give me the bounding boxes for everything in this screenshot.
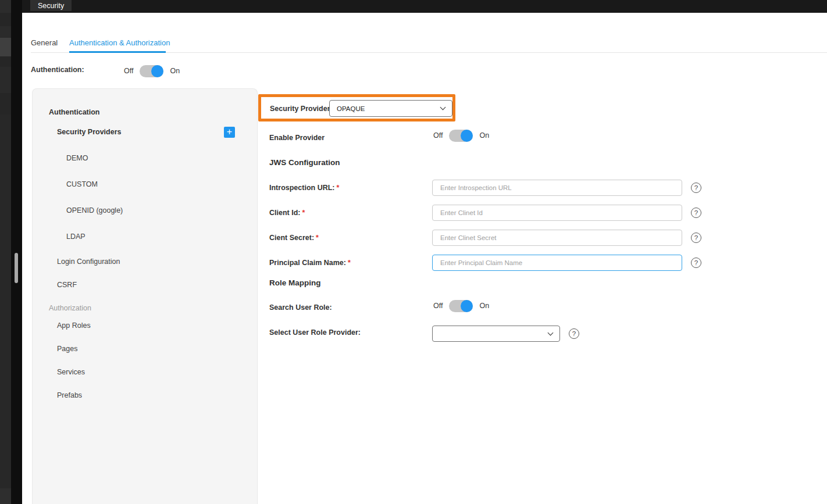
search-user-role-toggle-cluster: Off On [433,299,489,312]
label-text: Client Id: [269,209,300,217]
search-user-role-label: Search User Role: [269,303,332,312]
toggle-off-label: Off [433,131,443,140]
rail-segment [0,93,11,115]
select-user-role-provider-label: Select User Role Provider: [269,328,361,337]
active-tab-underline [69,51,166,53]
label-text: Principal Claim Name: [269,259,346,267]
toggle-on-label: On [479,302,489,310]
toggle-off-label: Off [433,302,443,310]
rail-segment-active [0,38,11,56]
rail-segment [0,56,11,67]
security-provider-select[interactable]: OPAQUE [329,100,452,117]
sidebar-item-openid-google[interactable]: OPENID (google) [66,206,123,215]
enable-provider-toggle[interactable] [449,130,473,142]
rail-segment [0,13,11,26]
rail-segment [0,26,11,38]
chevron-down-icon [440,105,446,110]
help-icon[interactable]: ? [691,233,701,243]
sidebar-item-csrf[interactable]: CSRF [57,281,77,289]
rail-segment [0,67,11,93]
sidebar-item-demo[interactable]: DEMO [66,154,88,162]
chevron-down-icon [548,330,554,335]
help-icon[interactable]: ? [569,328,579,339]
sidebar-item-security-providers[interactable]: Security Providers [57,128,121,136]
introspection-url-label: Introspection URL:* [269,184,339,192]
tab-general[interactable]: General [31,38,58,47]
top-window-bar: Security [22,0,827,13]
enable-provider-toggle-cluster: Off On [433,129,489,142]
security-provider-selected-value: OPAQUE [337,105,441,112]
sidebar-item-login-configuration[interactable]: Login Configuration [57,258,120,266]
jws-configuration-heading: JWS Configuration [269,158,340,167]
toggle-knob [151,65,163,77]
scrollbar-thumb[interactable] [15,253,18,283]
principal-claim-name-input[interactable] [432,255,682,271]
sidebar-item-ldap[interactable]: LDAP [66,233,85,241]
introspection-url-input[interactable] [432,180,682,196]
client-secret-input[interactable] [432,230,682,246]
required-asterisk: * [348,259,351,267]
sidebar-item-services[interactable]: Services [57,368,85,376]
toggle-knob [461,300,473,312]
security-nav-panel: Authentication Security Providers + DEMO… [32,88,258,504]
add-provider-button[interactable]: + [224,127,235,138]
authentication-toggle-label: Authentication: [31,66,84,74]
sidebar-item-custom[interactable]: CUSTOM [66,180,98,188]
client-id-label: Client Id:* [269,209,305,217]
toggle-on-label: On [479,131,489,140]
security-settings-page: Security General Authentication & Author… [0,0,827,504]
authentication-toggle-cluster: Off On [124,65,180,77]
tab-authentication-authorization[interactable]: Authentication & Authorization [69,38,170,47]
collapsed-left-rail [0,0,11,504]
sidebar-item-authorization[interactable]: Authorization [49,304,91,312]
rail-segment [0,0,11,13]
help-icon[interactable]: ? [691,208,701,218]
collapsed-panel-strip [11,0,22,504]
security-window-tab[interactable]: Security [30,0,72,11]
principal-claim-name-label: Principal Claim Name:* [269,259,351,267]
client-secret-label: Cient Secret:* [269,234,319,242]
client-id-input[interactable] [432,205,682,221]
label-text: Introspection URL: [269,184,335,192]
user-role-provider-select[interactable] [432,326,560,342]
help-icon[interactable]: ? [691,183,701,193]
required-asterisk: * [316,234,319,242]
authentication-toggle[interactable] [140,65,163,77]
search-user-role-toggle[interactable] [449,300,473,312]
sidebar-item-prefabs[interactable]: Prefabs [57,391,82,399]
toggle-off-label: Off [124,67,133,75]
rail-segment [0,488,11,504]
required-asterisk: * [302,209,305,217]
required-asterisk: * [337,184,340,192]
sidebar-item-authentication[interactable]: Authentication [49,108,100,116]
sidebar-item-pages[interactable]: Pages [57,345,77,353]
toggle-on-label: On [170,67,180,75]
role-mapping-heading: Role Mapping [269,278,321,287]
toggle-knob [461,130,473,142]
security-provider-label: Security Provider [270,105,330,113]
label-text: Cient Secret: [269,234,314,242]
sidebar-item-app-roles[interactable]: App Roles [57,321,91,330]
enable-provider-label: Enable Provider [269,134,325,142]
help-icon[interactable]: ? [691,258,701,268]
